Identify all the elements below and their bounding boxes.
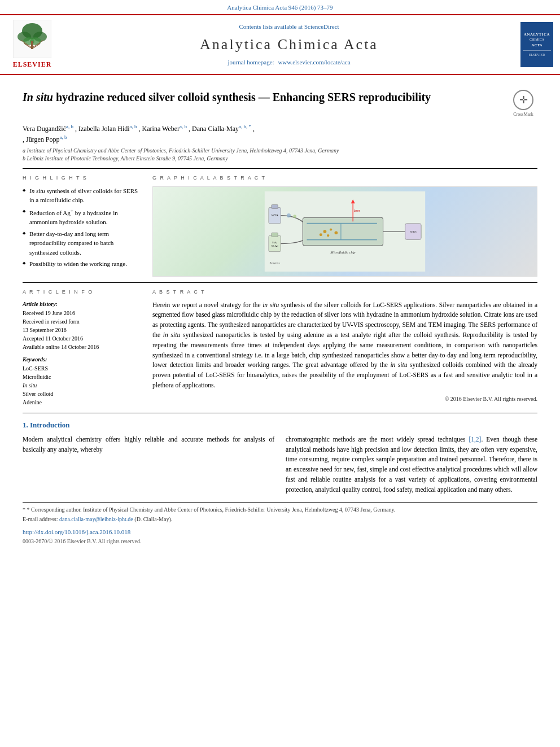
svg-point-26 — [320, 233, 322, 236]
abstract-heading: A B S T R A C T — [152, 289, 537, 296]
received-date: Received 19 June 2016 — [23, 309, 141, 317]
svg-point-24 — [335, 231, 338, 234]
svg-point-25 — [327, 234, 329, 237]
svg-rect-16 — [272, 233, 278, 237]
contents-line: Contents lists available at ScienceDirec… — [63, 23, 515, 31]
journal-center-info: Contents lists available at ScienceDirec… — [63, 23, 515, 67]
svg-text:SERS: SERS — [410, 230, 417, 233]
intro-right-col: chromatographic methods are the most wid… — [286, 435, 537, 495]
received-revised-label: Received in revised form — [23, 318, 141, 326]
intro-left-col: Modern analytical chemistry offers highl… — [23, 435, 274, 495]
highlight-item-4: Possibility to widen the working range. — [23, 259, 141, 269]
elsevier-logo: ELSEVIER — [7, 20, 58, 69]
keyword-5: Adenine — [23, 399, 141, 407]
highlight-item-2: Reduction of Ag+ by a hydrazine in ammon… — [23, 207, 141, 227]
intro-heading: 1. Introduction — [23, 420, 537, 430]
svg-point-22 — [323, 230, 327, 233]
svg-text:NH₃·H₂O: NH₃·H₂O — [272, 245, 279, 247]
svg-point-23 — [330, 228, 332, 230]
highlights-column: H I G H L I G H T S In situ synthesis of… — [23, 174, 141, 277]
history-heading: Article history: — [23, 300, 141, 308]
svg-point-19 — [287, 213, 291, 217]
highlights-list: In situ synthesis of silver colloids for… — [23, 186, 141, 269]
copyright-line: © 2016 Elsevier B.V. All rights reserved… — [152, 395, 537, 403]
authors-line: Vera Dugandžića, b , Izabella Jolan Hidi… — [23, 123, 537, 145]
svg-point-20 — [293, 215, 296, 218]
highlight-item-3: Better day-to-day and long term reproduc… — [23, 229, 141, 257]
journal-title: Analytica Chimica Acta — [63, 34, 515, 55]
affiliations: a Institute of Physical Chemistry and Ab… — [23, 147, 537, 163]
article-info-abstract-section: A R T I C L E I N F O Article history: R… — [23, 289, 537, 407]
homepage-line: journal homepage: www.elsevier.com/locat… — [63, 58, 515, 67]
intro-paragraph-right: chromatographic methods are the most wid… — [286, 435, 537, 495]
svg-rect-21 — [303, 217, 383, 246]
svg-text:AgNO₃: AgNO₃ — [271, 213, 278, 216]
svg-rect-13 — [272, 204, 278, 208]
svg-text:Reagents: Reagents — [269, 261, 279, 264]
article-history: Article history: Received 19 June 2016 R… — [23, 300, 141, 351]
keywords-list: LoC-SERS Microfluidic In situ Silver col… — [23, 365, 141, 407]
footnote-area: * * Corresponding author. Institute of P… — [23, 502, 537, 545]
email-link[interactable]: dana.cialla-may@leibniz-ipht.de — [59, 516, 133, 522]
abstract-text: Herein we report a novel strategy for th… — [152, 300, 537, 391]
keyword-2: Microfluidic — [23, 373, 141, 381]
highlight-item-1: In situ synthesis of silver colloids for… — [23, 186, 141, 205]
doi-line[interactable]: http://dx.doi.org/10.1016/j.aca.2016.10.… — [23, 528, 537, 536]
intro-two-col: Modern analytical chemistry offers highl… — [23, 435, 537, 495]
keyword-4: Silver colloid — [23, 390, 141, 398]
intro-paragraph-left: Modern analytical chemistry offers highl… — [23, 435, 274, 455]
top-bar: Analytica Chimica Acta 946 (2016) 73–79 — [0, 0, 560, 14]
svg-rect-6 — [31, 41, 33, 49]
journal-header: ELSEVIER Contents lists available at Sci… — [0, 14, 560, 75]
article-info-column: A R T I C L E I N F O Article history: R… — [23, 289, 141, 407]
graphical-abstract-image: AgNO₃ N₂H₄ NH₃·H₂O — [152, 186, 537, 277]
article-title-section: In situ hydrazine reduced silver colloid… — [23, 90, 537, 117]
aca-logo-box: ANALYTICA CHIMICA ACTA ELSEVIER — [520, 22, 553, 67]
keywords-section: Keywords: LoC-SERS Microfluidic In situ … — [23, 356, 141, 407]
svg-text:Microfluidic chip: Microfluidic chip — [330, 250, 355, 254]
corresponding-author-note: * * Corresponding author. Institute of P… — [23, 506, 537, 514]
email-line: E-mail address: dana.cialla-may@leibniz-… — [23, 516, 537, 523]
journal-reference: Analytica Chimica Acta 946 (2016) 73–79 — [227, 4, 333, 11]
article-title-text: In situ hydrazine reduced silver colloid… — [23, 90, 500, 109]
crossmark-label: CrossMark — [513, 111, 533, 117]
svg-text:laser: laser — [354, 208, 360, 212]
highlights-graphical-section: H I G H L I G H T S In situ synthesis of… — [23, 174, 537, 277]
graphical-abstract-heading: G R A P H I C A L A B S T R A C T — [152, 174, 537, 182]
available-date: Available online 14 October 2016 — [23, 343, 141, 351]
article-title: In situ hydrazine reduced silver colloid… — [23, 90, 500, 104]
elsevier-label: ELSEVIER — [13, 60, 52, 69]
graphical-abstract-column: G R A P H I C A L A B S T R A C T — [152, 174, 537, 277]
section-divider-3 — [23, 413, 537, 413]
crossmark-badge-container[interactable]: ✛ CrossMark — [509, 90, 537, 117]
homepage-url[interactable]: www.elsevier.com/locate/aca — [278, 59, 350, 65]
ref-1-2-link[interactable]: [1,2] — [469, 436, 481, 443]
affil-b: b Leibniz Institute of Photonic Technolo… — [23, 155, 537, 163]
accepted-date: Accepted 11 October 2016 — [23, 335, 141, 343]
highlights-heading: H I G H L I G H T S — [23, 174, 141, 182]
affil-a: a Institute of Physical Chemistry and Ab… — [23, 147, 537, 155]
introduction-section: 1. Introduction Modern analytical chemis… — [23, 420, 537, 495]
issn-line: 0003-2670/© 2016 Elsevier B.V. All right… — [23, 538, 537, 545]
section-divider-2 — [23, 282, 537, 283]
svg-text:N₂H₄: N₂H₄ — [272, 242, 278, 244]
abstract-column: A B S T R A C T Herein we report a novel… — [152, 289, 537, 407]
keyword-1: LoC-SERS — [23, 365, 141, 373]
revised-date: 13 September 2016 — [23, 326, 141, 334]
elsevier-tree-icon — [13, 20, 51, 58]
keyword-3: In situ — [23, 382, 141, 390]
section-divider-1 — [23, 168, 537, 169]
crossmark-icon: ✛ — [513, 90, 533, 110]
keywords-heading: Keywords: — [23, 356, 141, 364]
sciencedirect-link[interactable]: ScienceDirect — [304, 23, 339, 30]
article-info-heading: A R T I C L E I N F O — [23, 289, 141, 296]
